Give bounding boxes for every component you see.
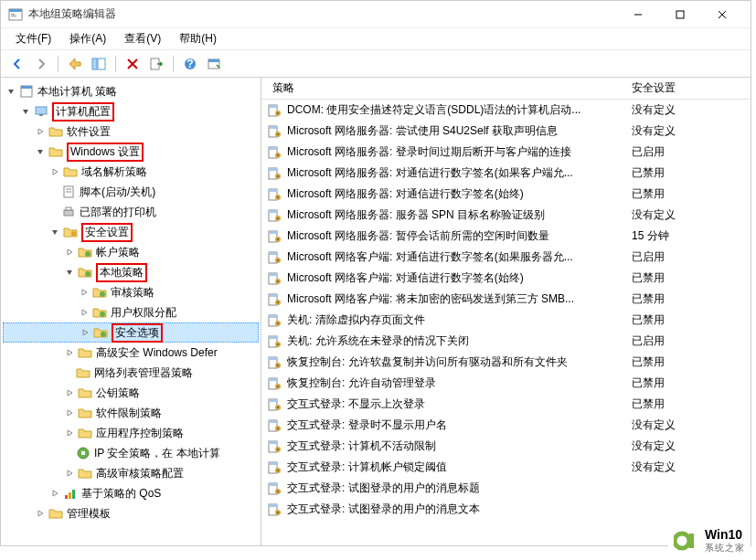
list-row[interactable]: 关机: 允许系统在未登录的情况下关闭已启用: [261, 331, 751, 352]
window-controls: [617, 2, 743, 27]
filter-button[interactable]: [203, 53, 225, 75]
policy-value: 15 分钟: [632, 228, 751, 244]
help-button[interactable]: ?: [179, 53, 201, 75]
tree-item-advanced-audit[interactable]: 高级审核策略配置: [3, 463, 259, 483]
menu-file[interactable]: 文件(F): [6, 28, 60, 49]
policy-name: Microsoft 网络客户端: 对通信进行数字签名(如果服务器允...: [287, 249, 632, 265]
svg-rect-60: [277, 217, 279, 219]
list-row[interactable]: Microsoft 网络服务器: 登录时间过期后断开与客户端的连接已启用: [261, 142, 751, 163]
chevron-down-icon[interactable]: [34, 145, 47, 158]
chevron-right-icon[interactable]: [63, 246, 76, 259]
menu-action[interactable]: 操作(A): [60, 28, 115, 49]
tree-item-public-key[interactable]: 公钥策略: [3, 383, 259, 403]
tree-item-deployed-printers[interactable]: 已部署的打印机: [3, 202, 259, 222]
chevron-right-icon[interactable]: [63, 386, 76, 399]
list-row[interactable]: Microsoft 网络服务器: 对通信进行数字签名(如果客户端允...已禁用: [261, 163, 751, 184]
list-row[interactable]: 交互式登录: 试图登录的用户的消息文本: [261, 499, 751, 520]
tree-item-security-options[interactable]: 安全选项: [3, 322, 259, 343]
chevron-down-icon[interactable]: [19, 105, 32, 118]
svg-rect-40: [277, 112, 279, 114]
chevron-right-icon[interactable]: [63, 427, 76, 439]
tree-item-local-policy[interactable]: 本地策略: [3, 262, 259, 282]
list-row[interactable]: 关机: 清除虚拟内存页面文件已禁用: [261, 310, 751, 331]
maximize-button[interactable]: [659, 2, 701, 27]
tree-item-user-rights[interactable]: 用户权限分配: [3, 302, 259, 322]
svg-rect-114: [269, 504, 277, 507]
list-row[interactable]: 交互式登录: 不显示上次登录已禁用: [261, 394, 751, 415]
chevron-right-icon[interactable]: [34, 507, 47, 520]
chevron-right-icon[interactable]: [48, 165, 61, 178]
tree-item-scripts[interactable]: 脚本(启动/关机): [3, 182, 259, 202]
chevron-right-icon[interactable]: [79, 326, 91, 339]
svg-rect-19: [36, 107, 47, 114]
tree-item-software-restriction[interactable]: 软件限制策略: [3, 403, 259, 423]
printer-icon: [61, 205, 76, 219]
list-row[interactable]: Microsoft 网络客户端: 对通信进行数字签名(如果服务器允...已启用: [261, 247, 751, 268]
tree-label: 安全选项: [112, 323, 163, 343]
chevron-down-icon[interactable]: [5, 85, 17, 98]
list-row[interactable]: 恢复控制台: 允许软盘复制并访问所有驱动器和所有文件夹已禁用: [261, 352, 751, 373]
tree-item-ip-policy[interactable]: IP 安全策略，在 本地计算: [3, 443, 259, 463]
list-row[interactable]: Microsoft 网络服务器: 尝试使用 S4U2Self 获取声明信息没有定…: [261, 121, 751, 142]
watermark-site: 系统之家: [705, 542, 745, 555]
tree-item-audit-policy[interactable]: 审核策略: [3, 282, 259, 302]
list-row[interactable]: 交互式登录: 登录时不显示用户名没有定义: [261, 415, 751, 436]
list-row[interactable]: 交互式登录: 试图登录的用户的消息标题: [261, 478, 751, 499]
export-button[interactable]: [145, 53, 167, 75]
svg-rect-82: [269, 336, 277, 339]
chevron-right-icon[interactable]: [78, 286, 91, 299]
svg-rect-100: [277, 428, 279, 429]
list-row[interactable]: DCOM: 使用安全描述符定义语言(SDDL)语法的计算机启动...没有定义: [261, 100, 751, 121]
tree-item-advanced-defender[interactable]: 高级安全 Windows Defer: [3, 343, 259, 363]
tree-label: 已部署的打印机: [80, 205, 156, 220]
chevron-down-icon[interactable]: [63, 266, 76, 279]
policy-item-icon: [267, 460, 282, 475]
tree-item-app-control[interactable]: 应用程序控制策略: [3, 423, 259, 443]
tree-item-qos[interactable]: 基于策略的 QoS: [3, 483, 259, 503]
chevron-right-icon[interactable]: [63, 407, 76, 419]
close-button[interactable]: [701, 2, 743, 27]
tree-item-security-settings[interactable]: 安全设置: [3, 222, 259, 242]
list-row[interactable]: Microsoft 网络客户端: 将未加密的密码发送到第三方 SMB...已禁用: [261, 289, 751, 310]
chevron-right-icon[interactable]: [63, 346, 76, 359]
tree-item-dns-policy[interactable]: 域名解析策略: [3, 162, 259, 182]
column-header-policy[interactable]: 策略: [267, 80, 632, 96]
menu-help[interactable]: 帮助(H): [170, 28, 226, 49]
list-row[interactable]: Microsoft 网络服务器: 服务器 SPN 目标名称验证级别没有定义: [261, 205, 751, 226]
tree-item-account-policy[interactable]: 帐户策略: [3, 242, 259, 262]
column-header-setting[interactable]: 安全设置: [632, 80, 751, 96]
chevron-right-icon[interactable]: [63, 467, 76, 480]
list-row[interactable]: 恢复控制台: 允许自动管理登录已禁用: [261, 373, 751, 394]
forward-button[interactable]: [30, 53, 52, 75]
show-hide-tree-button[interactable]: [88, 53, 110, 75]
chevron-down-icon[interactable]: [48, 226, 61, 238]
policy-value: 已禁用: [632, 165, 751, 181]
chevron-right-icon[interactable]: [78, 306, 91, 319]
chevron-right-icon[interactable]: [34, 125, 47, 138]
tree-root[interactable]: 本地计算机 策略: [3, 81, 259, 101]
delete-button[interactable]: [122, 53, 144, 75]
tree-item-computer-config[interactable]: 计算机配置: [3, 101, 259, 122]
tree-item-admin-templates[interactable]: 管理模板: [3, 503, 259, 523]
folder-icon: [63, 164, 78, 179]
list-row[interactable]: 交互式登录: 计算机帐户锁定阈值没有定义: [261, 457, 751, 478]
tree-item-network-list[interactable]: 网络列表管理器策略: [3, 363, 259, 383]
up-button[interactable]: [64, 53, 86, 75]
minimize-button[interactable]: [617, 2, 659, 27]
list-row[interactable]: Microsoft 网络客户端: 对通信进行数字签名(始终)已禁用: [261, 268, 751, 289]
tree-item-software-settings[interactable]: 软件设置: [3, 122, 259, 142]
list-body[interactable]: DCOM: 使用安全描述符定义语言(SDDL)语法的计算机启动...没有定义Mi…: [261, 100, 751, 545]
chevron-right-icon[interactable]: [48, 487, 61, 500]
list-row[interactable]: 交互式登录: 计算机不活动限制没有定义: [261, 436, 751, 457]
policy-item-icon: [267, 313, 282, 328]
tree-label: 基于策略的 QoS: [81, 486, 161, 502]
tree-item-windows-settings[interactable]: Windows 设置: [3, 142, 259, 162]
policy-item-icon: [267, 208, 282, 223]
tree-label: 公钥策略: [96, 386, 140, 401]
list-row[interactable]: Microsoft 网络服务器: 对通信进行数字签名(始终)已禁用: [261, 184, 751, 205]
menu-view[interactable]: 查看(V): [115, 28, 170, 49]
window-title: 本地组策略编辑器: [28, 6, 617, 22]
tree-pane[interactable]: 本地计算机 策略 计算机配置: [1, 78, 261, 545]
list-row[interactable]: Microsoft 网络服务器: 暂停会话前所需的空闲时间数量15 分钟: [261, 226, 751, 247]
back-button[interactable]: [6, 53, 28, 75]
